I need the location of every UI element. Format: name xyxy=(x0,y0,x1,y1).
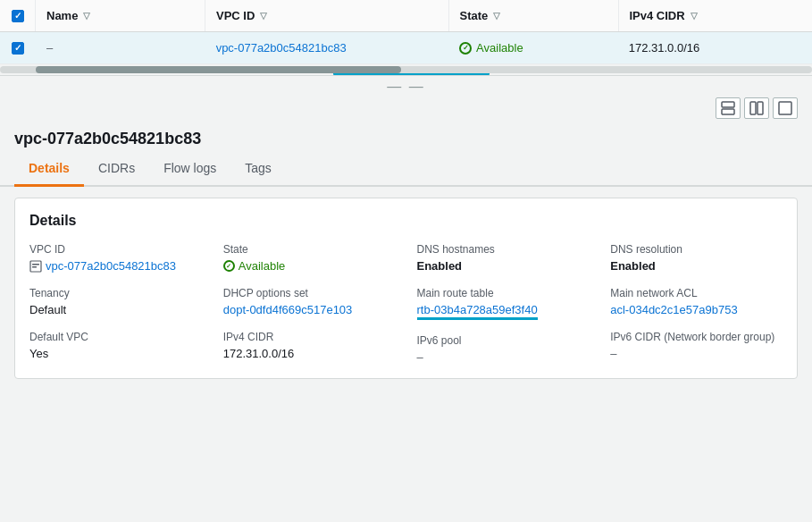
tenancy-value: Default xyxy=(29,303,202,316)
vpc-id-field-value: vpc-077a2b0c54821bc83 xyxy=(29,259,202,273)
detail-column-2: State Available DHCP options set dopt-0d… xyxy=(223,243,396,364)
ipv4-cidr-value: 172.31.0.0/16 xyxy=(223,347,396,360)
cell-state: Available xyxy=(448,32,618,63)
main-route-label: Main route table xyxy=(417,287,590,299)
dhcp-value[interactable]: dopt-0dfd4f669c517e103 xyxy=(223,303,353,316)
horizontal-scrollbar[interactable] xyxy=(0,64,812,75)
main-network-acl-field: Main network ACL acl-034dc2c1e57a9b753 xyxy=(610,287,783,316)
default-vpc-field: Default VPC Yes xyxy=(29,331,202,360)
ipv6-pool-value: – xyxy=(417,350,590,364)
tab-details[interactable]: Details xyxy=(14,152,84,187)
state-available-dot xyxy=(223,260,235,272)
detail-panel: — — vpc-077a2b0c54821bc83 Details xyxy=(0,76,812,379)
name-sort-icon: ▽ xyxy=(83,11,90,21)
state-sort-icon: ▽ xyxy=(493,11,500,21)
ipv6-pool-field: IPv6 pool – xyxy=(417,334,590,364)
state-available-small: Available xyxy=(223,259,396,273)
dns-hostnames-field: DNS hostnames Enabled xyxy=(417,243,590,273)
split-horizontal-button[interactable] xyxy=(716,97,741,119)
detail-tabs: Details CIDRs Flow logs Tags xyxy=(0,152,812,187)
state-value: Available xyxy=(476,41,523,55)
svg-rect-3 xyxy=(758,102,763,114)
name-column-label: Name xyxy=(46,9,78,22)
dhcp-label: DHCP options set xyxy=(223,287,396,299)
main-network-acl-label: Main network ACL xyxy=(610,287,783,299)
vpc-sort-icon: ▽ xyxy=(260,11,267,21)
ipv6-cidr-label: IPv6 CIDR (Network border group) xyxy=(610,331,783,343)
vpc-id-field: VPC ID vpc-077a2b0c54821bc83 xyxy=(29,243,202,273)
details-grid: VPC ID vpc-077a2b0c54821bc83 xyxy=(29,243,783,364)
vpc-table: Name ▽ VPC ID ▽ State ▽ IPv4 CIDR ▽ – vp… xyxy=(0,0,812,76)
tab-tags[interactable]: Tags xyxy=(230,152,286,187)
vpc-id-column-label: VPC ID xyxy=(216,9,255,22)
tenancy-label: Tenancy xyxy=(29,287,202,299)
detail-column-3: DNS hostnames Enabled Main route table r… xyxy=(417,243,590,364)
dns-hostnames-value: Enabled xyxy=(417,259,590,273)
vpc-id-link[interactable]: vpc-077a2b0c54821bc83 xyxy=(216,41,347,55)
state-column-label: State xyxy=(460,9,489,22)
cell-vpc-id: vpc-077a2b0c54821bc83 xyxy=(205,32,448,63)
state-field-value: Available xyxy=(223,259,396,273)
ipv4-cidr-field: IPv4 CIDR 172.31.0.0/16 xyxy=(223,331,396,360)
vpc-id-field-link[interactable]: vpc-077a2b0c54821bc83 xyxy=(46,259,176,273)
default-vpc-label: Default VPC xyxy=(29,331,202,343)
state-available: Available xyxy=(459,41,523,55)
checkbox-row[interactable] xyxy=(12,42,24,55)
svg-rect-6 xyxy=(32,264,39,265)
fullscreen-icon xyxy=(778,101,792,115)
svg-rect-7 xyxy=(32,266,37,268)
svg-rect-4 xyxy=(779,102,791,114)
dns-resolution-value: Enabled xyxy=(610,259,783,273)
main-network-acl-value[interactable]: acl-034dc2c1e57a9b753 xyxy=(610,303,737,316)
dhcp-field: DHCP options set dopt-0dfd4f669c517e103 xyxy=(223,287,396,316)
vpc-id-with-icon: vpc-077a2b0c54821bc83 xyxy=(29,259,202,273)
ipv4-sort-icon: ▽ xyxy=(691,11,698,21)
main-route-value[interactable]: rtb-03b4a728a59ef3f40 xyxy=(417,303,538,320)
column-header-vpc-id[interactable]: VPC ID ▽ xyxy=(205,0,449,31)
checkbox-all[interactable] xyxy=(12,10,24,22)
detail-column-1: VPC ID vpc-077a2b0c54821bc83 xyxy=(29,243,202,364)
column-header-name[interactable]: Name ▽ xyxy=(36,0,205,31)
table-row[interactable]: – vpc-077a2b0c54821bc83 Available 172.31… xyxy=(0,32,812,64)
default-vpc-value: Yes xyxy=(29,347,202,360)
column-header-ipv4[interactable]: IPv4 CIDR ▽ xyxy=(619,0,813,31)
tab-flow-logs[interactable]: Flow logs xyxy=(149,152,230,187)
details-card: Details VPC ID vpc-077a2b0c54821bc83 xyxy=(14,198,798,379)
split-horizontal-icon xyxy=(721,101,735,115)
svg-rect-0 xyxy=(722,102,734,107)
column-header-state[interactable]: State ▽ xyxy=(449,0,619,31)
svg-rect-2 xyxy=(750,102,756,114)
scrollbar-track xyxy=(0,66,812,73)
dns-resolution-field: DNS resolution Enabled xyxy=(610,243,783,273)
ipv6-pool-label: IPv6 pool xyxy=(417,334,590,347)
main-route-field: Main route table rtb-03b4a728a59ef3f40 xyxy=(417,287,590,320)
split-vertical-button[interactable] xyxy=(744,97,769,119)
split-vertical-icon xyxy=(749,101,764,115)
vpc-id-field-label: VPC ID xyxy=(29,243,202,256)
ipv4-cidr-label: IPv4 CIDR xyxy=(223,331,396,343)
state-field: State Available xyxy=(223,243,396,273)
ipv4-column-label: IPv4 CIDR xyxy=(630,9,685,22)
resize-handle[interactable]: — — xyxy=(0,76,812,97)
dns-resolution-label: DNS resolution xyxy=(610,243,783,256)
row-checkbox[interactable] xyxy=(0,32,36,63)
detail-column-4: DNS resolution Enabled Main network ACL … xyxy=(610,243,783,364)
details-card-title: Details xyxy=(29,213,783,229)
ipv6-cidr-value: – xyxy=(610,347,783,360)
table-header: Name ▽ VPC ID ▽ State ▽ IPv4 CIDR ▽ xyxy=(0,0,812,32)
state-available-icon xyxy=(459,42,472,55)
select-all-checkbox[interactable] xyxy=(0,0,36,31)
resource-id-heading: vpc-077a2b0c54821bc83 xyxy=(0,122,812,152)
dns-hostnames-label: DNS hostnames xyxy=(417,243,590,256)
scrollbar-thumb[interactable] xyxy=(36,66,401,73)
cell-name: – xyxy=(36,32,205,63)
ipv6-cidr-field: IPv6 CIDR (Network border group) – xyxy=(610,331,783,360)
svg-rect-1 xyxy=(722,109,734,114)
fullscreen-button[interactable] xyxy=(773,97,798,119)
tenancy-field: Tenancy Default xyxy=(29,287,202,316)
vpc-resource-icon xyxy=(29,260,42,273)
name-value: – xyxy=(46,41,53,55)
ipv4-value: 172.31.0.0/16 xyxy=(629,41,700,55)
tab-cidrs[interactable]: CIDRs xyxy=(84,152,149,187)
drag-indicator: — — xyxy=(387,79,424,95)
